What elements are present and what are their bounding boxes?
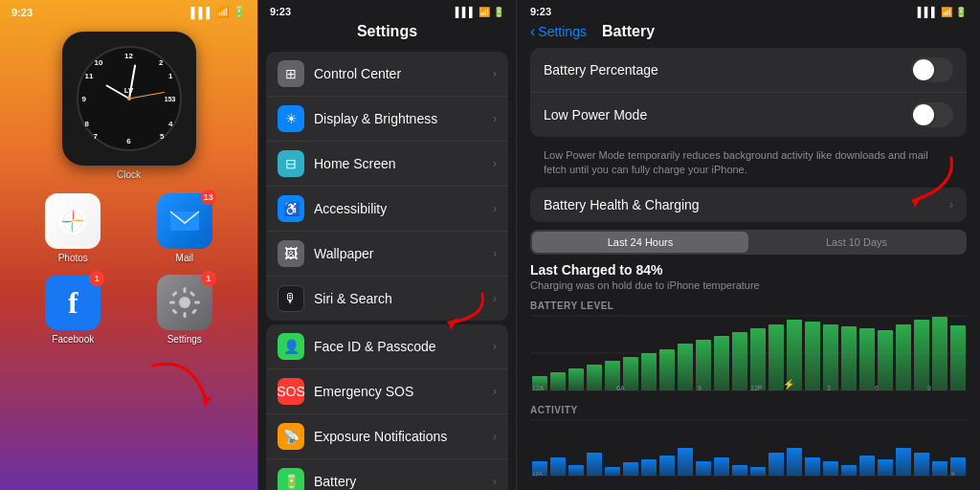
battery-percentage-knob: [913, 59, 934, 80]
settings-item-faceid[interactable]: 👤 Face ID & Passcode ›: [266, 324, 508, 369]
settings-list: ⊞ Control Center › ☀ Display & Brightnes…: [258, 48, 516, 490]
battery-time: 9:23: [530, 6, 551, 17]
settings-wifi-icon: 📶: [479, 7, 490, 17]
display-chevron: ›: [493, 112, 497, 125]
battery-level-label: BATTERY LEVEL: [530, 301, 967, 311]
svg-rect-75: [896, 448, 911, 476]
homescreen-label: Home Screen: [314, 156, 493, 171]
mail-app[interactable]: 13 Mail: [135, 193, 235, 263]
tab-24hours[interactable]: Last 24 Hours: [532, 232, 748, 253]
battery-health-label: Battery Health & Charging: [544, 197, 700, 212]
settings-status-bar: 9:23 ▌▌▌ 📶 🔋: [258, 0, 516, 19]
faceid-chevron: ›: [493, 340, 497, 353]
photos-label: Photos: [58, 253, 88, 263]
facebook-app[interactable]: f 1 Facebook: [23, 275, 123, 345]
activity-chart: 30m 0m: [530, 419, 967, 477]
accessibility-label: Accessibility: [314, 201, 493, 216]
facebook-badge: 1: [89, 271, 104, 286]
svg-rect-39: [896, 324, 911, 390]
battery-percentage-label: Battery Percentage: [544, 62, 658, 78]
faceid-icon: 👤: [278, 333, 304, 360]
battery-percentage-toggle[interactable]: [911, 57, 953, 82]
svg-rect-37: [859, 328, 875, 390]
svg-rect-5: [183, 312, 186, 318]
battery-level-chart-section: BATTERY LEVEL 100% 50%: [530, 301, 967, 395]
svg-rect-67: [750, 467, 766, 476]
svg-rect-76: [914, 453, 929, 476]
low-power-toggle[interactable]: [911, 102, 953, 127]
settings-item-siri[interactable]: 🎙 Siri & Search ›: [266, 277, 508, 321]
svg-rect-4: [183, 287, 186, 293]
settings-item-accessibility[interactable]: ♿ Accessibility ›: [266, 187, 508, 232]
settings-item-wallpaper[interactable]: 🖼 Wallpaper ›: [266, 232, 508, 277]
svg-rect-10: [189, 291, 195, 297]
clock-num-11: 11: [85, 72, 94, 80]
svg-rect-71: [823, 461, 838, 476]
tab-10days[interactable]: Last 10 Days: [748, 232, 965, 253]
svg-rect-11: [171, 308, 177, 314]
svg-rect-66: [732, 465, 747, 476]
svg-rect-42: [950, 325, 966, 390]
settings-item-homescreen[interactable]: ⊟ Home Screen ›: [266, 142, 508, 187]
settings-panel: 9:23 ▌▌▌ 📶 🔋 Settings ⊞ Control Center ›…: [258, 0, 517, 490]
battery-percentage-row[interactable]: Battery Percentage: [530, 48, 967, 93]
clock-widget[interactable]: LV 12 3 6 9 2 10 1 11 4 8 5 7 15: [62, 32, 196, 166]
battery-health-chevron: ›: [949, 198, 953, 212]
control-center-chevron: ›: [493, 67, 497, 80]
second-hand: [128, 92, 165, 100]
last-charged-title: Last Charged to 84%: [530, 262, 967, 278]
mail-label: Mail: [176, 253, 193, 263]
facebook-icon: f 1: [45, 275, 100, 330]
battery-back-button[interactable]: ‹ Settings: [530, 23, 587, 40]
clock-num-12: 12: [124, 52, 133, 60]
settings-icon: 1: [157, 275, 212, 330]
svg-text:⚡: ⚡: [783, 378, 795, 390]
svg-text:12A: 12A: [532, 385, 545, 391]
svg-rect-31: [750, 328, 766, 390]
settings-item-display[interactable]: ☀ Display & Brightness ›: [266, 97, 508, 142]
low-power-row[interactable]: Low Power Mode: [530, 93, 967, 137]
low-power-knob: [913, 104, 934, 125]
battery-health-row[interactable]: Battery Health & Charging ›: [530, 188, 967, 222]
settings-group-1: ⊞ Control Center › ☀ Display & Brightnes…: [266, 52, 508, 321]
display-icon: ☀: [278, 105, 304, 132]
svg-rect-38: [878, 330, 893, 390]
svg-text:12A: 12A: [532, 471, 543, 477]
settings-item-control-center[interactable]: ⊞ Control Center ›: [266, 52, 508, 97]
svg-rect-28: [696, 340, 711, 390]
wallpaper-icon: 🖼: [278, 240, 304, 267]
svg-text:9: 9: [698, 385, 702, 391]
settings-badge: 1: [201, 271, 216, 286]
svg-rect-59: [605, 467, 620, 476]
siri-chevron: ›: [493, 292, 497, 305]
control-center-icon: ⊞: [278, 60, 304, 87]
svg-rect-24: [623, 357, 638, 390]
battery-panel: 9:23 ▌▌▌ 📶 🔋 ‹ Settings Battery Battery …: [517, 0, 980, 490]
homescreen-chevron: ›: [493, 157, 497, 170]
settings-item-emergency[interactable]: SOS Emergency SOS ›: [266, 369, 508, 414]
low-power-description: Low Power Mode temporarily reduces backg…: [530, 145, 967, 188]
svg-rect-56: [550, 457, 566, 476]
svg-text:6: 6: [875, 385, 879, 391]
battery-signal-icon: ▌▌▌: [918, 7, 938, 17]
battery-batt-icon: 🔋: [955, 7, 967, 17]
svg-rect-6: [169, 301, 175, 304]
homescreen-icon: ⊟: [278, 150, 304, 177]
svg-rect-34: [805, 322, 820, 390]
settings-item-exposure[interactable]: 📡 Exposure Notifications ›: [266, 414, 508, 459]
clock-num-7: 7: [94, 132, 98, 141]
clock-num-4: 4: [168, 120, 172, 128]
svg-rect-21: [568, 368, 584, 390]
siri-icon: 🎙: [278, 285, 304, 312]
settings-battery-icon: 🔋: [493, 7, 504, 17]
emergency-icon: SOS: [278, 378, 304, 405]
emergency-label: Emergency SOS: [314, 384, 493, 399]
battery-content: Battery Percentage Low Power Mode Low Po…: [517, 48, 980, 480]
home-screen-panel: 9:23 ▌▌▌ 📶 🔋 LV 12 3 6 9 2 10 1 11 4 8 5: [0, 0, 258, 490]
settings-app[interactable]: 1 Settings: [135, 275, 235, 345]
battery-icon: 🔋: [233, 6, 246, 18]
settings-item-battery[interactable]: 🔋 Battery ›: [266, 459, 508, 490]
svg-rect-65: [714, 457, 729, 476]
settings-time: 9:23: [270, 6, 291, 17]
photos-app[interactable]: Photos: [23, 193, 123, 263]
